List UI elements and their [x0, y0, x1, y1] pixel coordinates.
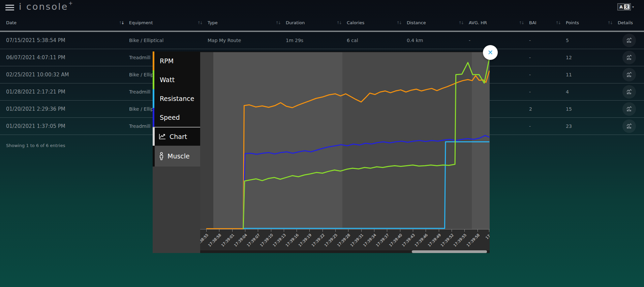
- column-header-type[interactable]: Type↑↓: [208, 15, 286, 31]
- sort-icon[interactable]: ↑↓: [555, 21, 561, 25]
- x-tick: [452, 229, 452, 232]
- sort-icon[interactable]: ↑↓: [396, 21, 402, 25]
- column-header-duration[interactable]: Duration↑↓: [286, 15, 347, 31]
- cell-bai: 2: [529, 106, 566, 112]
- legend-item-speed[interactable]: Speed: [153, 108, 200, 127]
- cell-type: Map My Route: [208, 38, 286, 43]
- cell-date: 01/28/2021 2:17:21 PM: [0, 89, 129, 95]
- sort-icon[interactable]: ↑↓: [458, 21, 464, 25]
- sort-icon[interactable]: ↑↓: [197, 21, 203, 25]
- cell-points: 15: [566, 106, 618, 112]
- column-label: BAI: [529, 20, 536, 25]
- chart-area: 17:38:5517:38:5817:39:0117:39:0417:39:07…: [200, 51, 490, 253]
- column-label: Duration: [286, 20, 305, 25]
- x-tick-label: 17:39:19: [298, 233, 313, 248]
- cell-bai: -: [529, 38, 566, 43]
- details-chart-button[interactable]: [622, 51, 636, 64]
- table-row: 07/15/2021 5:38:54 PMBike / EllipticalMa…: [0, 32, 644, 49]
- cell-bai: -: [529, 72, 566, 77]
- scrollbar-handle[interactable]: [412, 250, 487, 253]
- cell-details: [618, 51, 644, 64]
- legend-label: Resistance: [160, 95, 194, 102]
- chart-plot: [200, 51, 490, 229]
- x-tick: [464, 229, 465, 232]
- x-tick: [232, 229, 233, 232]
- details-chart-button[interactable]: [622, 85, 636, 99]
- sort-icon[interactable]: ↑↓: [607, 21, 613, 25]
- series-line-resistance: [243, 142, 490, 229]
- cell-date: 06/07/2021 4:07:11 PM: [0, 55, 129, 61]
- column-label: Equipment: [129, 20, 153, 25]
- cell-duration: 1m 29s: [286, 38, 347, 43]
- column-header-calories[interactable]: Calories↑↓: [347, 15, 407, 31]
- column-header-equipment[interactable]: Equipment↑↓: [129, 15, 208, 31]
- x-tick: [271, 229, 271, 232]
- bar-chart-icon: [626, 123, 632, 129]
- hamburger-menu-icon[interactable]: [5, 5, 14, 10]
- column-header-date[interactable]: Date↑↓: [0, 15, 129, 31]
- x-tick: [284, 229, 284, 232]
- x-axis-labels: 17:38:5517:38:5817:39:0117:39:0417:39:07…: [200, 229, 490, 250]
- column-header-avg_hr[interactable]: AVG. HR↑↓: [469, 15, 529, 31]
- sort-icon[interactable]: ↑↓: [336, 21, 342, 25]
- cell-details: [618, 119, 644, 133]
- cell-bai: -: [529, 55, 566, 60]
- x-tick: [309, 229, 310, 232]
- cell-date: 07/15/2021 5:38:54 PM: [0, 37, 129, 43]
- details-chart-button[interactable]: [622, 102, 636, 116]
- details-chart-button[interactable]: [622, 68, 636, 81]
- x-tick: [348, 229, 348, 232]
- series-legend: RPMWattResistanceSpeed: [153, 51, 200, 127]
- legend-item-rpm[interactable]: RPM: [153, 51, 200, 70]
- tab-muscle[interactable]: Muscle: [153, 146, 200, 167]
- bar-chart-icon: [626, 37, 632, 43]
- column-header-points[interactable]: Points↑↓: [566, 15, 618, 31]
- x-tick-label: 17:39:28: [336, 233, 351, 248]
- chart-horizontal-scrollbar[interactable]: [200, 250, 490, 253]
- x-tick: [387, 229, 387, 232]
- cell-calories: 6 cal: [347, 38, 407, 43]
- column-header-details: Details: [618, 15, 644, 31]
- x-tick-label: 17:39:55: [453, 233, 467, 248]
- bar-chart-icon: [626, 89, 632, 95]
- column-label: Calories: [347, 20, 364, 25]
- table-header-row: Date↑↓Equipment↑↓Type↑↓Duration↑↓Calorie…: [0, 15, 644, 31]
- cell-points: 4: [566, 89, 618, 95]
- cell-equipment: Bike / Elliptical: [129, 38, 208, 43]
- legend-item-resistance[interactable]: Resistance: [153, 89, 200, 108]
- column-header-distance[interactable]: Distance↑↓: [407, 15, 469, 31]
- x-tick-label: 17:39:22: [311, 233, 326, 248]
- top-bar: i console+ A 文 ▾: [0, 0, 644, 15]
- x-tick-label: 17:39:25: [324, 233, 338, 248]
- x-tick: [323, 229, 323, 232]
- sort-icon[interactable]: ↑↓: [119, 21, 124, 25]
- x-tick-label: 17:39:49: [427, 233, 442, 248]
- details-chart-button[interactable]: [622, 34, 636, 47]
- x-tick: [400, 229, 400, 232]
- sort-icon[interactable]: ↑↓: [519, 21, 524, 25]
- cell-points: 5: [566, 38, 618, 43]
- x-tick: [439, 229, 439, 232]
- x-tick: [245, 229, 245, 232]
- series-line-speed: [243, 136, 490, 229]
- tab-chart[interactable]: Chart: [153, 128, 200, 146]
- x-tick-label: 17:39:46: [414, 233, 429, 248]
- sort-icon[interactable]: ↑↓: [275, 21, 281, 25]
- series-line-rpm: [206, 71, 489, 229]
- x-tick-label: 17:39:10: [259, 233, 274, 248]
- app-logo: i console+: [19, 1, 73, 12]
- language-switcher[interactable]: A 文 ▾: [617, 3, 634, 10]
- legend-item-watt[interactable]: Watt: [153, 70, 200, 89]
- close-modal-button[interactable]: ✕: [483, 45, 498, 60]
- x-tick-label: 17:38:58: [207, 233, 222, 248]
- x-tick: [361, 229, 362, 232]
- details-chart-button[interactable]: [622, 119, 636, 133]
- cell-date: 01/20/2021 1:37:05 PM: [0, 123, 129, 129]
- bar-chart-icon: [626, 106, 632, 112]
- cell-avg_hr: -: [469, 38, 529, 43]
- column-header-bai[interactable]: BAI↑↓: [529, 15, 566, 31]
- cell-bai: -: [529, 123, 566, 129]
- cell-details: [618, 85, 644, 99]
- chart-modal-sidebar: RPMWattResistanceSpeed Chart Muscle: [153, 51, 200, 253]
- x-tick: [297, 229, 297, 232]
